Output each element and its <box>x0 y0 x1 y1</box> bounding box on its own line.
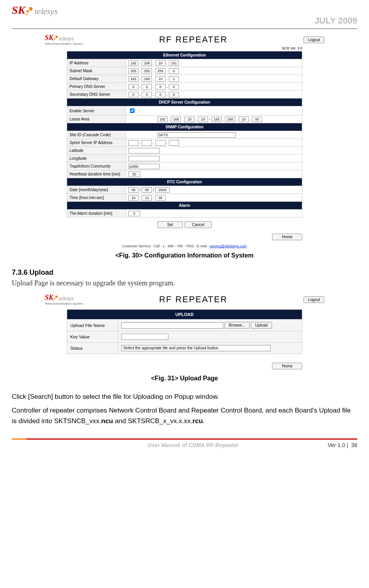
footer-title: User Manual of CDMA RF-Repeater <box>59 442 328 448</box>
lease-b-4[interactable] <box>252 117 262 122</box>
sdns-octet-4[interactable] <box>169 92 179 97</box>
sprint-octet-3[interactable] <box>155 140 166 146</box>
fig30-screenshot: SK telesys Telecommunication System RF R… <box>43 34 326 248</box>
upload-button[interactable]: Upload <box>251 322 272 329</box>
shot-logo: SK telesys <box>45 34 83 42</box>
status-message: Select the appropriate file and press th… <box>121 345 270 351</box>
label-date: Date [month/day/year] <box>67 186 126 194</box>
section-body-upload: Upload Page is necessary to upgrade the … <box>12 279 357 287</box>
date-day[interactable] <box>142 187 152 193</box>
date-month[interactable] <box>128 187 139 193</box>
app-title: RF REPEATER <box>83 35 303 45</box>
pdns-octet-2[interactable] <box>142 84 152 89</box>
pdns-octet-4[interactable] <box>169 84 179 89</box>
logo-dots-icon <box>26 7 33 16</box>
footer-version: Ver 1.0 | 38 <box>328 442 357 448</box>
label-alarm: The Alarm duration [min] <box>67 210 126 217</box>
sdns-octet-2[interactable] <box>142 92 152 97</box>
label-time: Time [hour:min:sec] <box>67 194 126 202</box>
ip-octet-2[interactable] <box>142 60 152 66</box>
pdns-octet-1[interactable] <box>128 84 139 89</box>
subnet-octet-3[interactable] <box>155 68 166 74</box>
set-button[interactable]: Set <box>157 221 183 228</box>
label-enable-server: Enable Server <box>67 106 126 115</box>
label-gateway: Default Gateway <box>67 75 126 83</box>
time-sec[interactable] <box>155 195 166 201</box>
section-rtc: RTC Configuration <box>67 178 302 186</box>
subnet-octet-2[interactable] <box>142 68 152 74</box>
enable-server-checkbox[interactable] <box>130 108 135 113</box>
alarm-input[interactable] <box>128 211 140 216</box>
key-value-input[interactable] <box>121 334 168 340</box>
sprint-octet-1[interactable] <box>128 140 139 146</box>
ncb-version: NCB Ver. 3.0 <box>43 46 326 51</box>
latitude-input[interactable] <box>128 148 160 153</box>
home-button[interactable]: Home <box>272 234 302 240</box>
cs-email-link[interactable]: service@sktelesys.com <box>210 244 247 248</box>
header-divider <box>12 28 357 29</box>
sdns-octet-3[interactable] <box>155 92 166 97</box>
gw-octet-1[interactable] <box>128 76 139 82</box>
upload-table: UPLOAD Upload File Name Browse... Upload… <box>67 309 302 354</box>
lease-b-1[interactable] <box>212 117 222 122</box>
label-ip: IP Address <box>67 59 126 67</box>
label-heartbeat: Heartbeat duration time [min] <box>67 170 126 178</box>
heartbeat-input[interactable] <box>128 172 140 177</box>
label-pdns: Primary DNS Server <box>67 83 126 91</box>
section-ethernet: Ethernet Configuration <box>67 51 302 59</box>
paragraph-1: Click [Search] button to select the file… <box>12 391 357 402</box>
lease-b-2[interactable] <box>225 117 235 122</box>
pdns-octet-3[interactable] <box>155 84 166 89</box>
sdns-octet-1[interactable] <box>128 92 139 97</box>
lease-a-4[interactable] <box>198 117 208 122</box>
sprint-octet-4[interactable] <box>169 140 179 146</box>
date-year[interactable] <box>155 187 170 193</box>
home-button-31[interactable]: Home <box>272 363 302 369</box>
sprint-octet-2[interactable] <box>142 140 152 146</box>
doc-date: JULY 2009 <box>314 16 357 26</box>
gw-octet-4[interactable] <box>169 76 179 82</box>
shot-logo-telesys: telesys <box>59 36 73 42</box>
app-title-31: RF REPEATER <box>83 294 303 305</box>
section-dhcp: DHCP Server Configuration <box>67 99 302 106</box>
longitude-input[interactable] <box>128 156 160 161</box>
browse-button[interactable]: Browse... <box>225 322 250 329</box>
fig30-caption: <Fig. 30> Configuration Information of S… <box>12 252 357 259</box>
cancel-button[interactable]: Cancel <box>184 221 212 228</box>
ip-octet-4[interactable] <box>169 60 179 66</box>
lease-a-2[interactable] <box>171 117 181 122</box>
site-id-input[interactable] <box>157 132 236 138</box>
label-subnet: Subnet Mask <box>67 67 126 75</box>
label-upload-file: Upload File Name <box>67 320 118 331</box>
lease-a-1[interactable] <box>157 117 168 122</box>
gw-octet-3[interactable] <box>155 76 166 82</box>
lease-b-3[interactable] <box>239 117 249 122</box>
shot31-logo-sk: SK <box>45 294 53 302</box>
logout-button[interactable]: Logout <box>303 37 324 43</box>
label-sprint: Sprint Server IP Address <box>67 139 126 147</box>
time-hour[interactable] <box>128 195 139 201</box>
shot31-logo-dots-icon <box>53 296 58 302</box>
section-upload: UPLOAD <box>67 310 302 320</box>
subnet-octet-1[interactable] <box>128 68 139 74</box>
ip-octet-1[interactable] <box>128 60 139 66</box>
label-site: Site ID (Cascade Code) <box>67 131 126 139</box>
fig31-caption: <Fig. 31> Upload Page <box>12 375 357 382</box>
label-status: Status <box>67 343 118 354</box>
logout-button-31[interactable]: Logout <box>303 296 324 303</box>
label-longitude: Longitude <box>67 155 126 163</box>
time-min[interactable] <box>142 195 152 201</box>
section-snmp: SNMP Configuration <box>67 123 302 131</box>
label-key-value: Key Value <box>67 331 118 343</box>
trap-community-input[interactable] <box>128 164 160 169</box>
lease-a-3[interactable] <box>184 117 195 122</box>
ip-octet-3[interactable] <box>155 60 166 66</box>
upload-file-input[interactable] <box>121 322 223 329</box>
subnet-octet-4[interactable] <box>169 68 179 74</box>
fig31-screenshot: SK telesys Telecommunication System RF R… <box>43 294 326 371</box>
shot31-logo: SK telesys <box>45 294 83 302</box>
shot-logo-dots-icon <box>53 36 58 42</box>
gw-octet-2[interactable] <box>142 76 152 82</box>
logo-telesys: telesys <box>35 6 58 16</box>
section-heading-upload: 7.3.6 Upload <box>12 268 357 277</box>
